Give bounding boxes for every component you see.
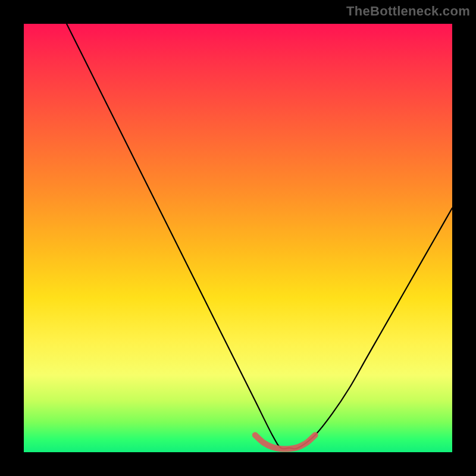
plot-area <box>24 24 452 452</box>
highlight-band-path <box>255 435 315 449</box>
curve-svg <box>24 24 452 452</box>
chart-frame: TheBottleneck.com <box>0 0 476 476</box>
watermark-label: TheBottleneck.com <box>346 4 470 19</box>
main-curve-path <box>67 24 452 449</box>
